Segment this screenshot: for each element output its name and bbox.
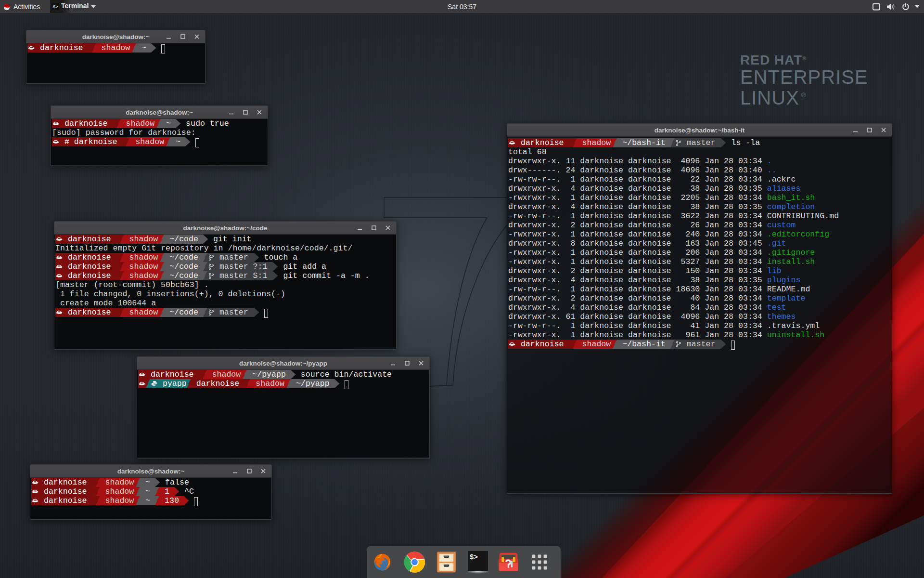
svg-text:$>: $>	[470, 553, 478, 561]
